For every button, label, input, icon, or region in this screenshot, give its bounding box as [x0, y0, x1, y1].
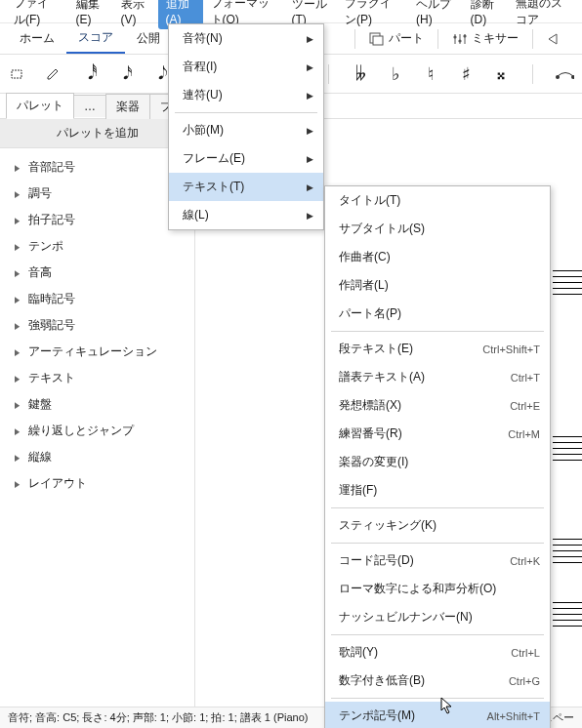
palette-item-1[interactable]: ▶調号 — [0, 181, 194, 207]
note-8th-icon[interactable]: 𝅘𝅥𝅮 — [148, 64, 168, 84]
shortcut-label: Ctrl+L — [511, 647, 540, 659]
chevron-right-icon: ▶ — [15, 163, 20, 173]
selection-tool-icon[interactable] — [8, 64, 27, 84]
submenu1-item-5[interactable]: テキスト(T)▶ — [169, 173, 323, 201]
palette-item-4[interactable]: ▶音高 — [0, 260, 194, 286]
natural-icon[interactable]: ♮ — [421, 64, 440, 84]
submenu1-item-6[interactable]: 線(L)▶ — [169, 201, 323, 229]
palette-item-label: アーティキュレーション — [28, 344, 157, 360]
svg-point-7 — [571, 75, 574, 79]
palette-item-8[interactable]: ▶テキスト — [0, 365, 194, 391]
chevron-right-icon: ▶ — [307, 126, 313, 136]
palette-item-label: 強弱記号 — [28, 317, 75, 334]
submenu1-item-0[interactable]: 音符(N)▶ — [169, 24, 323, 53]
chevron-right-icon: ▶ — [15, 189, 20, 199]
chevron-right-icon: ▶ — [15, 479, 20, 489]
chevron-right-icon: ▶ — [307, 62, 313, 72]
palette-item-label: 縦線 — [28, 449, 52, 465]
palette-item-label: テンポ — [28, 238, 63, 255]
double-flat-icon[interactable]: 𝄫 — [351, 64, 370, 84]
part-button[interactable]: パート — [361, 26, 432, 51]
status-text: 音符; 音高: C5; 長さ: 4分; 声部: 1; 小節: 1; 拍: 1; … — [8, 710, 308, 725]
sharp-icon[interactable]: ♯ — [456, 64, 476, 84]
mixer-icon — [452, 32, 468, 46]
shortcut-label: Ctrl+K — [510, 555, 540, 567]
submenu1-item-2[interactable]: 連符(U)▶ — [169, 81, 323, 109]
shortcut-label: Ctrl+G — [509, 675, 540, 687]
mixer-button[interactable]: ミキサー — [444, 26, 526, 51]
palette-item-11[interactable]: ▶縦線 — [0, 444, 194, 470]
submenu2-item-15[interactable]: 歌詞(Y)Ctrl+L — [325, 638, 550, 667]
palette-item-3[interactable]: ▶テンポ — [0, 233, 194, 260]
submenu2-item-0[interactable]: タイトル(T) — [325, 186, 550, 215]
submenu1-item-4[interactable]: フレーム(E)▶ — [169, 144, 323, 173]
palette-item-label: 鍵盤 — [28, 396, 52, 413]
flat-icon[interactable]: ♭ — [386, 64, 405, 84]
menu-8[interactable]: 診断(D) — [463, 0, 509, 29]
palette-item-10[interactable]: ▶繰り返しとジャンプ — [0, 418, 194, 444]
palette-item-label: 繰り返しとジャンプ — [28, 423, 134, 439]
palette-item-label: テキスト — [28, 370, 75, 386]
submenu2-item-2[interactable]: 作曲者(C) — [325, 243, 550, 271]
shortcut-label: Alt+Shift+T — [487, 710, 540, 722]
submenu1-item-1[interactable]: 音程(I)▶ — [169, 53, 323, 81]
shortcut-label: Ctrl+M — [508, 428, 540, 440]
submenu2-item-1[interactable]: サブタイトル(S) — [325, 215, 550, 243]
undo-icon[interactable] — [539, 28, 574, 50]
chevron-right-icon: ▶ — [15, 321, 20, 331]
svg-point-2 — [453, 35, 456, 38]
palette-item-label: 臨時記号 — [28, 291, 75, 307]
submenu2-item-17[interactable]: テンポ記号(M)Alt+Shift+T — [325, 702, 550, 728]
tab-instruments[interactable]: 楽器 — [105, 94, 150, 119]
palette-item-label: 音部記号 — [28, 159, 75, 176]
chevron-right-icon: ▶ — [307, 182, 313, 192]
submenu2-item-4[interactable]: パート名(P) — [325, 300, 550, 328]
submenu2-item-13[interactable]: ローマ数字による和声分析(O) — [325, 575, 550, 603]
add-palette-button[interactable]: パレットを追加 — [0, 119, 194, 148]
tab-score[interactable]: スコア — [66, 23, 125, 54]
shortcut-label: Ctrl+E — [510, 400, 540, 412]
palette-item-2[interactable]: ▶拍子記号 — [0, 207, 194, 233]
submenu2-item-10[interactable]: 運指(F) — [325, 476, 550, 505]
svg-rect-1 — [373, 36, 383, 45]
submenu2-item-16[interactable]: 数字付き低音(B)Ctrl+G — [325, 667, 550, 695]
palette-item-5[interactable]: ▶臨時記号 — [0, 286, 194, 312]
submenu2-item-14[interactable]: ナッシュビルナンバー(N) — [325, 603, 550, 631]
note-32nd-icon[interactable]: 𝅘𝅥𝅰 — [78, 64, 98, 84]
tab-more[interactable]: … — [73, 95, 106, 117]
chevron-right-icon: ▶ — [307, 154, 313, 164]
submenu2-item-8[interactable]: 練習番号(R)Ctrl+M — [325, 420, 550, 448]
menu-7[interactable]: ヘルプ(H) — [408, 0, 463, 29]
chevron-right-icon: ▶ — [15, 400, 20, 410]
chevron-right-icon: ▶ — [15, 216, 20, 225]
chevron-right-icon: ▶ — [15, 268, 20, 278]
palette-item-7[interactable]: ▶アーティキュレーション — [0, 339, 194, 365]
palette-item-9[interactable]: ▶鍵盤 — [0, 391, 194, 418]
chevron-right-icon: ▶ — [15, 347, 20, 357]
tab-publish[interactable]: 公開 — [125, 24, 172, 53]
shortcut-label: Ctrl+Shift+T — [482, 344, 540, 355]
submenu2-item-6[interactable]: 譜表テキスト(A)Ctrl+T — [325, 363, 550, 391]
submenu1-item-3[interactable]: 小節(M)▶ — [169, 116, 323, 144]
submenu2-item-3[interactable]: 作詞者(L) — [325, 271, 550, 300]
chevron-right-icon: ▶ — [307, 91, 313, 101]
palette-item-6[interactable]: ▶強弱記号 — [0, 312, 194, 339]
palette-item-label: 音高 — [28, 264, 52, 281]
tie-icon[interactable] — [555, 64, 574, 84]
note-16th-icon[interactable]: 𝅘𝅥𝅯 — [113, 64, 133, 84]
tab-home[interactable]: ホーム — [8, 24, 66, 53]
submenu2-item-12[interactable]: コード記号(D)Ctrl+K — [325, 546, 550, 575]
tab-palette[interactable]: パレット — [6, 93, 74, 119]
submenu2-item-9[interactable]: 楽器の変更(I) — [325, 448, 550, 476]
chevron-right-icon: ▶ — [15, 426, 20, 436]
palette-item-0[interactable]: ▶音部記号 — [0, 154, 194, 181]
chevron-right-icon: ▶ — [15, 242, 20, 252]
palette-item-12[interactable]: ▶レイアウト — [0, 470, 194, 497]
submenu2-item-11[interactable]: スティッキング(K) — [325, 511, 550, 540]
double-sharp-icon[interactable]: 𝄪 — [491, 64, 511, 84]
submenu2-item-5[interactable]: 段テキスト(E)Ctrl+Shift+T — [325, 335, 550, 363]
chevron-right-icon: ▶ — [15, 453, 20, 463]
parts-icon — [369, 32, 385, 46]
pencil-icon[interactable] — [43, 64, 62, 84]
submenu2-item-7[interactable]: 発想標語(X)Ctrl+E — [325, 391, 550, 420]
